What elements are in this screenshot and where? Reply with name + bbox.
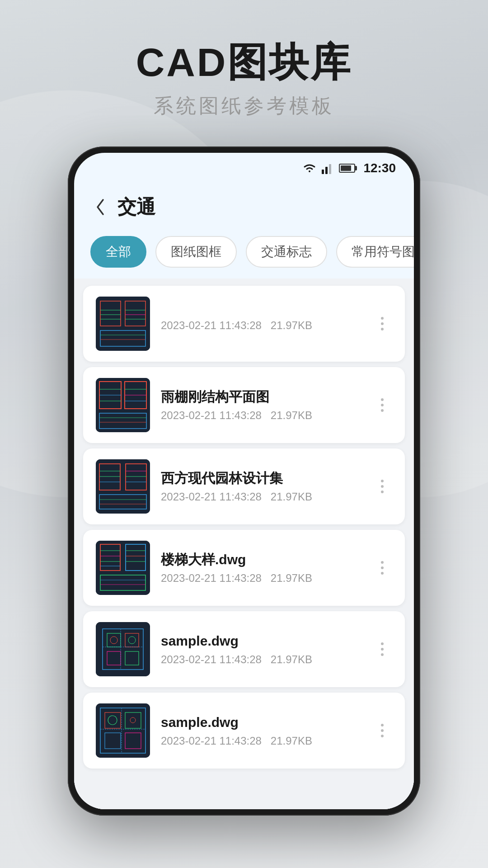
file-size-4: 21.97KB bbox=[271, 572, 312, 585]
phone-container: 12:30 交通 全部 图纸图框 交通 bbox=[0, 146, 488, 816]
list-item[interactable]: sample.dwg 2023-02-21 11:43:28 21.97KB bbox=[83, 693, 405, 769]
svg-rect-39 bbox=[96, 541, 150, 595]
file-info-5: sample.dwg 2023-02-21 11:43:28 21.97KB bbox=[161, 632, 361, 666]
file-info-2: 雨棚刚结构平面图 2023-02-21 11:43:28 21.97KB bbox=[161, 388, 361, 422]
signal-icon bbox=[322, 162, 334, 174]
file-list: 2023-02-21 11:43:28 21.97KB bbox=[74, 278, 414, 809]
svg-rect-0 bbox=[322, 170, 324, 174]
phone-mockup: 12:30 交通 全部 图纸图框 交通 bbox=[68, 146, 420, 816]
more-button-1[interactable] bbox=[372, 310, 392, 337]
tab-frame[interactable]: 图纸图框 bbox=[155, 236, 237, 268]
file-meta-5: 2023-02-21 11:43:28 21.97KB bbox=[161, 653, 361, 666]
list-item[interactable]: 西方现代园林设计集 2023-02-21 11:43:28 21.97KB bbox=[83, 448, 405, 524]
file-thumbnail-2 bbox=[96, 378, 150, 432]
list-item[interactable]: 2023-02-21 11:43:28 21.97KB bbox=[83, 286, 405, 362]
svg-rect-1 bbox=[325, 167, 328, 174]
file-date-2: 2023-02-21 11:43:28 bbox=[161, 409, 262, 422]
nav-title: 交通 bbox=[117, 194, 155, 220]
filter-tabs: 全部 图纸图框 交通标志 常用符号图例 bbox=[74, 229, 414, 278]
status-time: 12:30 bbox=[363, 161, 396, 175]
file-meta-6: 2023-02-21 11:43:28 21.97KB bbox=[161, 735, 361, 747]
tab-symbol[interactable]: 常用符号图例 bbox=[336, 236, 414, 268]
more-button-5[interactable] bbox=[372, 636, 392, 663]
file-thumbnail-5 bbox=[96, 622, 150, 676]
back-button[interactable] bbox=[90, 197, 110, 217]
more-button-4[interactable] bbox=[372, 554, 392, 581]
file-meta-3: 2023-02-21 11:43:28 21.97KB bbox=[161, 491, 361, 503]
list-item[interactable]: 雨棚刚结构平面图 2023-02-21 11:43:28 21.97KB bbox=[83, 367, 405, 443]
file-thumbnail-6 bbox=[96, 703, 150, 758]
svg-rect-27 bbox=[96, 459, 150, 514]
file-size-2: 21.97KB bbox=[271, 409, 312, 422]
svg-rect-15 bbox=[96, 378, 150, 432]
tab-sign[interactable]: 交通标志 bbox=[246, 236, 327, 268]
more-button-2[interactable] bbox=[372, 392, 392, 419]
file-name-5: sample.dwg bbox=[161, 632, 361, 650]
file-name-3: 西方现代园林设计集 bbox=[161, 469, 361, 487]
file-size-3: 21.97KB bbox=[271, 491, 312, 503]
svg-rect-62 bbox=[96, 703, 150, 758]
app-content: 交通 全部 图纸图框 交通标志 常用符号图例 bbox=[74, 184, 414, 809]
file-meta-4: 2023-02-21 11:43:28 21.97KB bbox=[161, 572, 361, 585]
more-button-3[interactable] bbox=[372, 473, 392, 500]
file-name-4: 楼梯大样.dwg bbox=[161, 551, 361, 568]
file-size-1: 21.97KB bbox=[271, 319, 312, 332]
file-name-2: 雨棚刚结构平面图 bbox=[161, 388, 361, 406]
file-thumbnail-3 bbox=[96, 459, 150, 514]
file-info-1: 2023-02-21 11:43:28 21.97KB bbox=[161, 316, 361, 332]
file-meta-2: 2023-02-21 11:43:28 21.97KB bbox=[161, 409, 361, 422]
file-info-6: sample.dwg 2023-02-21 11:43:28 21.97KB bbox=[161, 713, 361, 747]
file-meta-1: 2023-02-21 11:43:28 21.97KB bbox=[161, 319, 361, 332]
file-date-4: 2023-02-21 11:43:28 bbox=[161, 572, 262, 585]
file-size-5: 21.97KB bbox=[271, 653, 312, 666]
status-bar: 12:30 bbox=[74, 153, 414, 184]
file-date-1: 2023-02-21 11:43:28 bbox=[161, 319, 262, 332]
file-size-6: 21.97KB bbox=[271, 735, 312, 747]
svg-rect-2 bbox=[329, 164, 331, 174]
phone-screen: 12:30 交通 全部 图纸图框 交通 bbox=[74, 153, 414, 809]
battery-icon bbox=[339, 164, 355, 173]
list-item[interactable]: 楼梯大样.dwg 2023-02-21 11:43:28 21.97KB bbox=[83, 530, 405, 606]
status-icons: 12:30 bbox=[302, 161, 396, 175]
file-thumbnail-4 bbox=[96, 541, 150, 595]
tab-all[interactable]: 全部 bbox=[90, 236, 146, 268]
list-item[interactable]: sample.dwg 2023-02-21 11:43:28 21.97KB bbox=[83, 611, 405, 687]
svg-rect-52 bbox=[96, 622, 150, 676]
file-info-3: 西方现代园林设计集 2023-02-21 11:43:28 21.97KB bbox=[161, 469, 361, 503]
file-date-5: 2023-02-21 11:43:28 bbox=[161, 653, 262, 666]
file-thumbnail-1 bbox=[96, 297, 150, 351]
main-title: CAD图块库 bbox=[0, 41, 488, 85]
header-section: CAD图块库 系统图纸参考模板 bbox=[0, 0, 488, 146]
file-date-3: 2023-02-21 11:43:28 bbox=[161, 491, 262, 503]
svg-rect-3 bbox=[96, 297, 150, 351]
sub-title: 系统图纸参考模板 bbox=[0, 93, 488, 119]
nav-header: 交通 bbox=[74, 184, 414, 229]
file-name-6: sample.dwg bbox=[161, 713, 361, 731]
file-info-4: 楼梯大样.dwg 2023-02-21 11:43:28 21.97KB bbox=[161, 551, 361, 585]
wifi-icon bbox=[302, 162, 317, 174]
file-date-6: 2023-02-21 11:43:28 bbox=[161, 735, 262, 747]
more-button-6[interactable] bbox=[372, 717, 392, 744]
